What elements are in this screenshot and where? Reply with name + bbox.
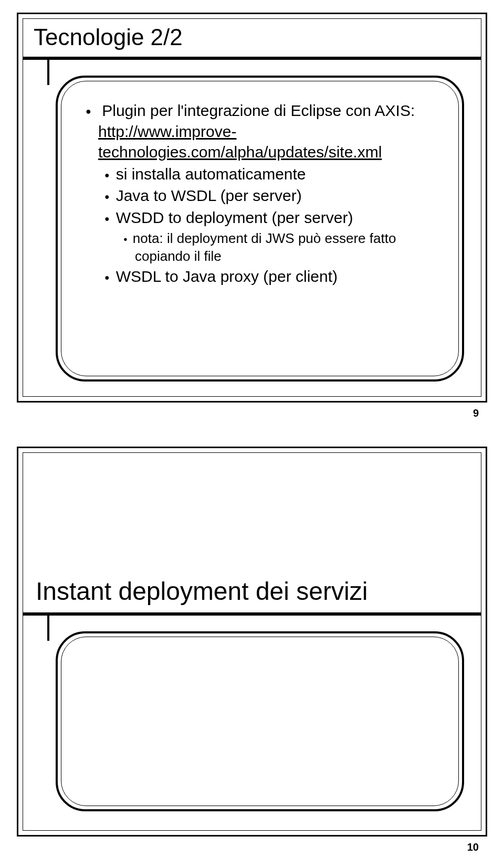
link-text: http://www.improve-technologies.com/alph… <box>98 123 382 161</box>
bullet-level3: nota: il deployment di JWS può essere fa… <box>86 229 437 266</box>
title-stub <box>47 57 49 85</box>
title-divider <box>23 57 481 60</box>
content-card-outer <box>56 631 464 811</box>
slide-inner-frame: Tecnologie 2/2 Plugin per l'integrazione… <box>23 18 481 397</box>
bullet-level1: Plugin per l'integrazione di Eclipse con… <box>86 100 437 163</box>
bullet-level2: WSDL to Java proxy (per client) <box>86 266 437 287</box>
title-divider <box>23 612 481 616</box>
title-stub <box>47 612 49 641</box>
slide-outer-frame: Tecnologie 2/2 Plugin per l'integrazione… <box>17 13 487 403</box>
bullet-level2: si installa automaticamente <box>86 164 437 185</box>
content-card-inner <box>61 637 459 806</box>
slide-title: Instant deployment dei servizi <box>36 577 368 606</box>
content-card-outer: Plugin per l'integrazione di Eclipse con… <box>56 76 464 382</box>
page-number: 9 <box>473 407 479 419</box>
bullet-list: Plugin per l'integrazione di Eclipse con… <box>86 100 437 287</box>
slide-inner-frame: Instant deployment dei servizi <box>23 452 481 831</box>
slide-title: Tecnologie 2/2 <box>34 24 183 50</box>
bullet-level2: WSDD to deployment (per server) <box>86 207 437 228</box>
bullet-text: Plugin per l'integrazione di Eclipse con… <box>102 102 415 119</box>
bullet-level2: Java to WSDL (per server) <box>86 185 437 206</box>
slide-outer-frame: Instant deployment dei servizi <box>17 447 487 837</box>
page-number: 10 <box>467 841 479 853</box>
content-card-inner: Plugin per l'integrazione di Eclipse con… <box>61 81 459 376</box>
